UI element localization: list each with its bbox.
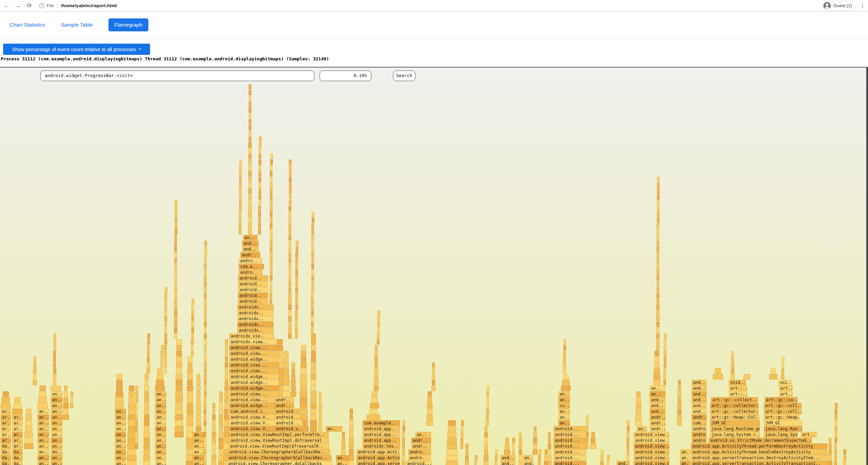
flame-tower-bar[interactable] [311, 293, 314, 298]
flame-tower-bar[interactable] [600, 461, 604, 465]
flame-tower-bar[interactable] [25, 432, 33, 437]
flame-tower-bar[interactable] [191, 328, 194, 333]
search-input[interactable]: android.widget.ProgressBar.<init> [40, 71, 314, 81]
flame-tower-bar[interactable] [289, 171, 292, 177]
flame-tower-bar[interactable] [427, 409, 433, 414]
flame-tower-bar[interactable] [248, 212, 252, 217]
flame-tower-bar[interactable] [486, 420, 489, 426]
threshold-input[interactable]: 0.10% [320, 71, 371, 81]
flame-tower-bar[interactable] [374, 357, 378, 362]
flame-tower-bar[interactable] [26, 415, 32, 420]
flame-tower-bar[interactable] [135, 438, 138, 443]
flame-tower-bar[interactable] [295, 275, 298, 281]
flame-tower-bar[interactable] [175, 223, 177, 229]
flame-tower-bar[interactable] [843, 461, 846, 465]
flame-tower-bar[interactable] [144, 426, 150, 432]
flame-tower-bar[interactable] [486, 409, 489, 414]
flame-tower-bar[interactable] [225, 351, 228, 356]
flame-tower-bar[interactable] [781, 374, 784, 379]
flame-tower-bar[interactable] [834, 455, 837, 461]
flame-tower-bar[interactable] [147, 351, 150, 356]
flame-tower-bar[interactable] [269, 299, 272, 304]
flame-tower-bar[interactable] [484, 449, 488, 455]
flame-bar[interactable]: android.view.V.. [229, 415, 279, 420]
flame-tower-bar[interactable] [249, 131, 252, 136]
flame-tower-bar[interactable] [311, 362, 316, 368]
flame-tower-bar[interactable] [204, 351, 207, 356]
flame-bar[interactable]: an.. [51, 415, 62, 420]
flame-tower-bar[interactable] [289, 165, 292, 171]
flame-tower-bar[interactable] [289, 194, 292, 200]
flame-tower-bar[interactable] [377, 339, 380, 345]
flame-tower-bar[interactable] [377, 316, 380, 321]
flame-tower-bar[interactable] [544, 461, 547, 465]
flame-tower-bar[interactable] [678, 391, 681, 397]
flame-bar[interactable]: java.lang.Runtime.gc [710, 426, 760, 432]
flame-tower-bar[interactable] [311, 299, 314, 304]
flame-bar[interactable]: and.. [523, 461, 534, 465]
flame-tower-bar[interactable] [239, 160, 242, 165]
flame-tower-bar[interactable] [26, 409, 32, 414]
flame-tower-bar[interactable] [657, 252, 659, 258]
flame-tower-bar[interactable] [545, 449, 547, 455]
flame-tower-bar[interactable] [295, 264, 298, 269]
flame-tower-bar[interactable] [300, 368, 307, 374]
flame-tower-bar[interactable] [539, 449, 541, 455]
flame-tower-bar[interactable] [374, 368, 378, 374]
flame-tower-bar[interactable] [607, 455, 610, 461]
flame-tower-bar[interactable] [283, 374, 289, 379]
flame-tower-bar[interactable] [164, 339, 167, 345]
flame-tower-bar[interactable] [160, 362, 163, 368]
flame-tower-bar[interactable] [225, 362, 228, 368]
flame-tower-bar[interactable] [342, 438, 345, 443]
flame-tower-bar[interactable] [164, 310, 167, 316]
flame-tower-bar[interactable] [311, 246, 314, 252]
flame-bar[interactable]: android.view... [229, 345, 279, 350]
flame-tower-bar[interactable] [484, 432, 487, 437]
flame-bar[interactable]: an.. [51, 438, 62, 443]
flame-tower-bar[interactable] [71, 391, 73, 397]
flame-tower-bar[interactable] [289, 217, 291, 223]
flame-tower-bar[interactable] [128, 420, 135, 426]
flame-tower-bar[interactable] [143, 461, 150, 465]
flame-bar[interactable]: an.. [193, 438, 204, 443]
flame-tower-bar[interactable] [38, 403, 48, 408]
flame-tower-bar[interactable] [432, 368, 435, 374]
flame-bar[interactable]: android... [275, 420, 303, 426]
flame-tower-bar[interactable] [204, 444, 206, 449]
flame-tower-bar[interactable] [219, 409, 223, 414]
flame-tower-bar[interactable] [288, 316, 292, 321]
flame-tower-bar[interactable] [465, 461, 469, 465]
flame-tower-bar[interactable] [53, 380, 56, 385]
flame-tower-bar[interactable] [204, 403, 206, 408]
flame-tower-bar[interactable] [204, 461, 206, 465]
percentage-mode-dropdown[interactable]: Show percentage of event count relative … [3, 44, 150, 55]
flame-tower-bar[interactable] [534, 426, 536, 432]
flame-tower-bar[interactable] [176, 362, 182, 368]
flame-tower-bar[interactable] [144, 432, 149, 437]
flame-tower-bar[interactable] [144, 415, 149, 420]
flame-tower-bar[interactable] [147, 362, 150, 368]
flame-tower-bar[interactable] [301, 345, 306, 350]
flame-bar[interactable]: ar.. [12, 444, 23, 449]
flame-tower-bar[interactable] [249, 125, 252, 130]
flame-bar[interactable]: an.. [558, 397, 570, 403]
flame-tower-bar[interactable] [426, 420, 433, 426]
flame-bar[interactable]: an.. [51, 420, 62, 426]
flame-bar[interactable]: android.view.Choreographer$CallbackRe.. [228, 449, 330, 455]
flame-tower-bar[interactable] [196, 391, 201, 397]
flame-tower-bar[interactable] [212, 426, 216, 432]
flame-tower-bar[interactable] [204, 275, 207, 281]
flame-tower-bar[interactable] [63, 415, 69, 420]
flame-bar[interactable]: and.. [617, 461, 628, 465]
flame-tower-bar[interactable] [204, 374, 207, 379]
flame-bar[interactable]: art.. [779, 386, 793, 391]
flame-bar[interactable]: android.. [238, 293, 268, 298]
flame-tower-bar[interactable] [259, 177, 261, 182]
flame-tower-bar[interactable] [116, 386, 123, 391]
flame-tower-bar[interactable] [53, 357, 56, 362]
flame-tower-bar[interactable] [601, 455, 603, 461]
flame-bar[interactable]: androidx.vie.. [229, 333, 274, 339]
flame-tower-bar[interactable] [590, 444, 596, 449]
flame-bar[interactable]: da.. [12, 461, 23, 465]
